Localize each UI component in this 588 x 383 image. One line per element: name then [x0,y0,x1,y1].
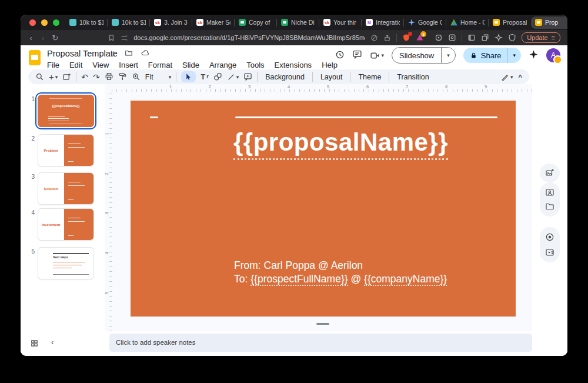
star-icon[interactable]: ☆ [110,49,117,58]
browser-tab[interactable]: Copy of [235,16,277,29]
slide-number: 3 [25,174,35,180]
bookmark-icon[interactable] [108,34,115,42]
transition-button[interactable]: Transition [394,73,432,81]
browser-window: 10k to $110k to $1sk3. Join 3skMaker ScC… [21,15,567,356]
url-text[interactable]: docs.google.com/presentation/d/1gT-H8iVP… [133,34,365,41]
layout-button[interactable]: Layout [318,73,346,81]
cloud-status-icon[interactable] [141,49,149,59]
account-avatar[interactable]: A [546,48,560,62]
shield-extension-icon[interactable] [402,34,410,42]
slide-thumbnail-4[interactable]: Investment [38,208,94,241]
reload-button[interactable]: ↻ [52,34,59,42]
comments-icon[interactable] [352,49,362,62]
site-settings-icon[interactable] [121,34,128,42]
thumbnail-title: Investment [38,209,64,240]
menu-item[interactable]: Tools [246,61,264,69]
menu-item[interactable]: View [92,61,109,69]
browser-tab[interactable]: 10k to $1 [108,16,150,29]
speaker-notes-input[interactable]: Click to add speaker notes [109,334,532,352]
redo-button[interactable]: ↷ [93,72,100,82]
search-tabs-icon[interactable] [448,34,456,42]
slideshow-button[interactable]: Slideshow ▾ [392,47,456,64]
menu-item[interactable]: Arrange [209,61,236,69]
browser-tab[interactable]: skYour thir [319,16,362,29]
gemini-sparkle-icon[interactable] [529,49,539,62]
move-folder-icon[interactable] [125,49,133,59]
pen-tool-button[interactable]: ▾ [501,73,513,81]
browser-tab[interactable]: 10k to $1 [65,16,108,29]
slide-thumbnail-2[interactable]: Problem [38,134,94,166]
extensions-icon[interactable] [435,34,443,42]
privacy-shield-icon[interactable] [508,34,516,42]
select-tool-button[interactable] [181,71,196,82]
slide-thumbnail-3[interactable]: Solution [38,172,94,205]
notes-resize-handle[interactable] [316,323,329,325]
triangle-extension-icon[interactable]: 3 [416,34,424,42]
version-history-icon[interactable] [335,49,345,62]
close-window-button[interactable] [29,19,36,26]
insert-comment-button[interactable] [243,72,252,81]
customize-sparkle-icon[interactable] [495,34,503,42]
new-slide-button[interactable]: + ▾ [49,72,58,81]
sidebar-toggle-icon[interactable] [467,34,476,42]
line-tool-button[interactable]: ▾ [227,73,239,81]
add-image-icon[interactable] [545,168,554,178]
share-page-icon[interactable] [383,34,391,42]
document-title[interactable]: Proposal Template [47,49,118,58]
grid-view-icon[interactable] [30,339,39,350]
tab-overview-icon[interactable] [481,34,489,42]
menu-item[interactable]: Edit [69,61,82,69]
browser-tab[interactable]: Home - G [446,16,489,29]
new-slide-layout-icon[interactable] [62,72,71,81]
share-button[interactable]: Share ▾ [463,48,521,63]
paint-format-button[interactable] [118,72,127,81]
current-slide[interactable]: {{proposalName}} From: Carl Poppa @ Aeri… [131,101,516,317]
menu-item[interactable]: Slide [182,61,199,69]
forward-button[interactable]: › [40,34,47,42]
minimize-window-button[interactable] [41,19,48,26]
camera-recorder-icon[interactable] [545,248,554,257]
image-person-icon[interactable] [545,188,554,197]
blocked-content-icon[interactable] [370,34,378,42]
collapse-filmstrip-icon[interactable]: ‹ [51,338,54,347]
sk-favicon-icon: sk [323,19,330,26]
undo-button[interactable]: ↶ [81,72,88,82]
print-button[interactable] [105,72,113,81]
slide-title[interactable]: {{proposalName}} [166,128,516,160]
shapes-button[interactable] [213,72,222,81]
zoom-window-button[interactable] [53,19,59,26]
slide-from-to-text[interactable]: From: Carl Poppa @ Aerilon To: {{prospec… [234,259,447,286]
share-dropdown[interactable]: ▾ [507,48,521,63]
browser-tab[interactable]: skMaker Sc [192,16,235,29]
menu-item[interactable]: File [47,61,59,69]
browser-tab[interactable]: MIntegratio [362,16,404,29]
zoom-in-icon[interactable] [132,72,141,81]
address-bar: ‹ › ↻ docs.google.com/presentation/d/1gT… [21,30,567,45]
slide-thumbnail-1[interactable]: {{proposalName}} [38,95,94,127]
browser-tab[interactable]: Proposal [489,16,531,29]
slideshow-dropdown[interactable]: ▾ [441,48,455,63]
meet-camera-button[interactable]: ▾ [370,51,384,61]
car-favicon-icon [69,19,76,26]
slides-favicon-icon [535,19,542,26]
browser-tab[interactable]: Google G [404,16,446,29]
update-browser-button[interactable]: Update ≡ [522,32,560,43]
search-menus-icon[interactable] [35,72,44,81]
record-icon[interactable] [545,232,554,242]
back-button[interactable]: ‹ [28,34,35,42]
collapse-toolbar-icon[interactable]: ^ [519,74,522,81]
browser-tab[interactable]: Prop× [531,16,567,29]
lock-icon [463,52,477,59]
theme-button[interactable]: Theme [355,73,384,81]
slides-logo-icon[interactable] [29,50,41,65]
text-box-button[interactable]: Tr [201,73,208,81]
zoom-select[interactable]: Fit ▾ [145,73,171,81]
menu-item[interactable]: Insert [119,61,138,69]
browser-tab[interactable]: sk3. Join 3 [150,16,192,29]
menu-item[interactable]: Extensions [275,61,312,69]
browser-tab[interactable]: Niche Di [277,16,319,29]
menu-item[interactable]: Format [148,61,172,69]
folder-icon[interactable] [545,202,554,211]
background-button[interactable]: Background [262,73,308,81]
slide-thumbnail-5[interactable]: Next steps [38,247,94,279]
